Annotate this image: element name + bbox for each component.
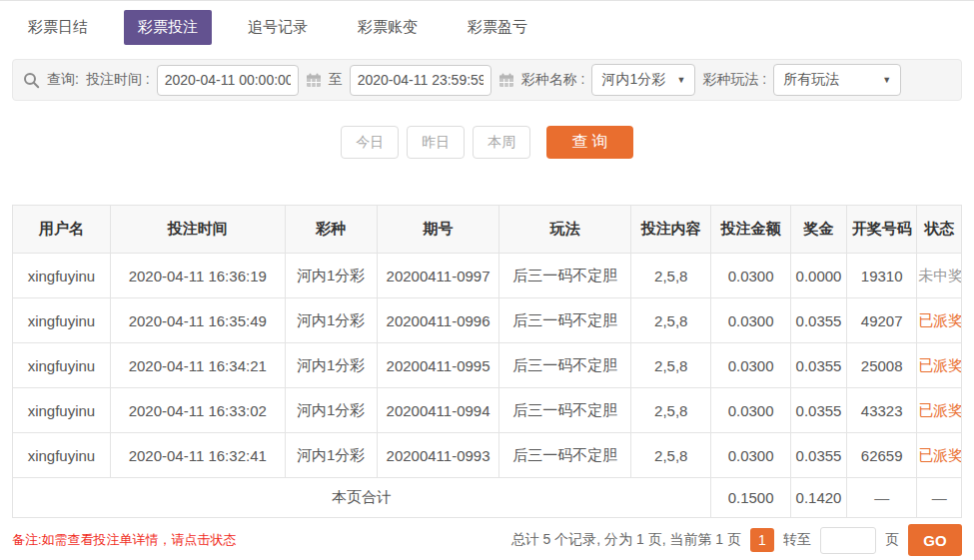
cell-username: xingfuyinu — [13, 254, 111, 298]
footer: 备注:如需查看投注单详情，请点击状态 总计 5 个记录, 分为 1 页, 当前第… — [0, 520, 974, 560]
page-unit-label: 页 — [885, 531, 899, 549]
play-type-select[interactable]: 所有玩法 ▼ — [773, 64, 901, 96]
play-type-label: 彩种玩法 : — [702, 71, 766, 89]
column-header-numbers: 开奖号码 — [847, 206, 917, 254]
column-header-status: 状态 — [917, 206, 962, 254]
status-link[interactable]: 已派奖 — [917, 343, 962, 388]
cell-numbers: 49207 — [847, 298, 917, 343]
total-label: 本页合计 — [13, 478, 711, 518]
cell-prize: 0.0355 — [790, 298, 846, 343]
table-row: xingfuyinu 2020-04-11 16:35:49 河内1分彩 202… — [13, 298, 962, 343]
go-button[interactable]: GO — [908, 524, 962, 556]
cell-issue: 20200411-0994 — [377, 388, 499, 433]
cell-issue: 20200411-0996 — [377, 298, 499, 343]
cell-prize: 0.0355 — [790, 343, 846, 388]
calendar-icon[interactable] — [306, 73, 322, 88]
play-type-value: 所有玩法 — [783, 71, 839, 89]
status-link[interactable]: 未中奖 — [917, 254, 962, 298]
total-numbers: — — [847, 478, 917, 518]
total-status: — — [917, 478, 962, 518]
cell-prize: 0.0355 — [790, 433, 846, 478]
cell-username: xingfuyinu — [13, 388, 111, 433]
cell-lottery: 河内1分彩 — [285, 298, 377, 343]
goto-page-input[interactable] — [820, 527, 876, 554]
cell-amount: 0.0300 — [711, 388, 791, 433]
lottery-name-select[interactable]: 河内1分彩 ▼ — [591, 64, 695, 96]
lottery-name-value: 河内1分彩 — [601, 71, 665, 89]
column-header-prize: 奖金 — [790, 206, 846, 254]
query-bar: 查询: 投注时间 : 至 彩种名称 : 河内1分彩 ▼ 彩种玩法 : 所有玩法 … — [12, 59, 962, 101]
table-row: xingfuyinu 2020-04-11 16:36:19 河内1分彩 202… — [13, 254, 962, 298]
pagination: 总计 5 个记录, 分为 1 页, 当前第 1 页 1 转至 页 GO — [511, 524, 962, 556]
pagination-summary: 总计 5 个记录, 分为 1 页, 当前第 1 页 — [511, 531, 741, 549]
calendar-icon[interactable] — [498, 73, 514, 88]
end-time-input[interactable] — [350, 65, 491, 96]
column-header-lottery: 彩种 — [285, 206, 377, 254]
quick-button-row: 今日 昨日 本周 查 询 — [0, 126, 974, 159]
cell-play: 后三一码不定胆 — [499, 254, 631, 298]
cell-prize: 0.0000 — [790, 254, 846, 298]
yesterday-button[interactable]: 昨日 — [407, 126, 465, 159]
cell-issue: 20200411-0995 — [377, 343, 499, 388]
chevron-down-icon: ▼ — [882, 75, 891, 85]
cell-amount: 0.0300 — [711, 254, 791, 298]
cell-content: 2,5,8 — [631, 343, 711, 388]
column-header-username: 用户名 — [13, 206, 111, 254]
column-header-amount: 投注金额 — [711, 206, 791, 254]
cell-play: 后三一码不定胆 — [499, 433, 631, 478]
total-amount: 0.1500 — [711, 478, 791, 518]
cell-username: xingfuyinu — [13, 298, 111, 343]
cell-lottery: 河内1分彩 — [285, 388, 377, 433]
query-label: 查询: — [47, 71, 79, 89]
table-row: xingfuyinu 2020-04-11 16:33:02 河内1分彩 202… — [13, 388, 962, 433]
current-page-badge[interactable]: 1 — [750, 528, 774, 552]
table-header-row: 用户名 投注时间 彩种 期号 玩法 投注内容 投注金额 奖金 开奖号码 状态 — [13, 206, 962, 254]
cell-lottery: 河内1分彩 — [285, 433, 377, 478]
betting-table: 用户名 投注时间 彩种 期号 玩法 投注内容 投注金额 奖金 开奖号码 状态 x… — [12, 205, 962, 518]
cell-issue: 20200411-0993 — [377, 433, 499, 478]
column-header-bet-time: 投注时间 — [110, 206, 285, 254]
cell-bet-time: 2020-04-11 16:33:02 — [110, 388, 285, 433]
to-label: 至 — [329, 71, 343, 89]
tab-lottery-daily[interactable]: 彩票日结 — [14, 10, 102, 45]
today-button[interactable]: 今日 — [341, 126, 399, 159]
cell-play: 后三一码不定胆 — [499, 298, 631, 343]
cell-play: 后三一码不定胆 — [499, 343, 631, 388]
cell-bet-time: 2020-04-11 16:35:49 — [110, 298, 285, 343]
cell-issue: 20200411-0997 — [377, 254, 499, 298]
table-row: xingfuyinu 2020-04-11 16:32:41 河内1分彩 202… — [13, 433, 962, 478]
cell-bet-time: 2020-04-11 16:34:21 — [110, 343, 285, 388]
table-total-row: 本页合计 0.1500 0.1420 — — — [13, 478, 962, 518]
start-time-input[interactable] — [157, 65, 299, 96]
cell-play: 后三一码不定胆 — [499, 388, 631, 433]
cell-lottery: 河内1分彩 — [285, 343, 377, 388]
cell-amount: 0.0300 — [711, 298, 791, 343]
cell-prize: 0.0355 — [790, 388, 846, 433]
search-icon — [23, 72, 40, 89]
cell-amount: 0.0300 — [711, 433, 791, 478]
column-header-play: 玩法 — [499, 206, 631, 254]
tab-lottery-account-change[interactable]: 彩票账变 — [344, 10, 432, 45]
thisweek-button[interactable]: 本周 — [473, 126, 530, 159]
tab-lottery-profit-loss[interactable]: 彩票盈亏 — [454, 10, 541, 45]
tab-lottery-betting[interactable]: 彩票投注 — [124, 10, 212, 45]
cell-bet-time: 2020-04-11 16:36:19 — [110, 254, 285, 298]
note-text: 备注:如需查看投注单详情，请点击状态 — [12, 531, 237, 549]
cell-username: xingfuyinu — [13, 433, 111, 478]
status-link[interactable]: 已派奖 — [917, 433, 962, 478]
goto-label: 转至 — [783, 531, 811, 549]
status-link[interactable]: 已派奖 — [917, 298, 962, 343]
total-prize: 0.1420 — [790, 478, 846, 518]
cell-username: xingfuyinu — [13, 343, 111, 388]
status-link[interactable]: 已派奖 — [917, 388, 962, 433]
search-button[interactable]: 查 询 — [546, 126, 632, 159]
table-row: xingfuyinu 2020-04-11 16:34:21 河内1分彩 202… — [13, 343, 962, 388]
cell-content: 2,5,8 — [631, 433, 711, 478]
column-header-content: 投注内容 — [631, 206, 711, 254]
cell-lottery: 河内1分彩 — [285, 254, 377, 298]
cell-content: 2,5,8 — [631, 388, 711, 433]
cell-numbers: 19310 — [847, 254, 917, 298]
tab-chase-records[interactable]: 追号记录 — [234, 10, 322, 45]
cell-amount: 0.0300 — [711, 343, 791, 388]
lottery-name-label: 彩种名称 : — [521, 71, 585, 89]
